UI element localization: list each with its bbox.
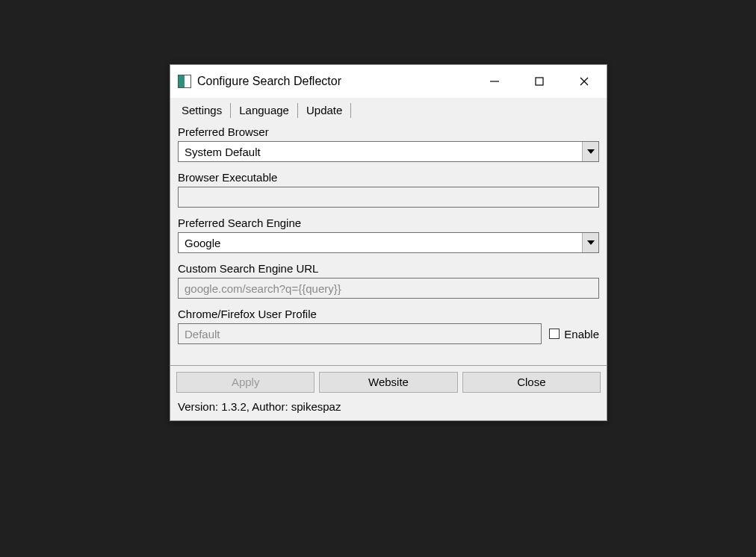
maximize-icon (534, 76, 545, 87)
tab-divider (350, 103, 351, 118)
engine-select-value: Google (179, 237, 582, 249)
browser-select[interactable]: System Default (178, 141, 599, 162)
enable-checkbox-wrap[interactable]: Enable (549, 328, 599, 340)
profile-label: Chrome/Firefox User Profile (178, 308, 599, 320)
content-area: Preferred Browser System Default Browser… (170, 119, 607, 361)
executable-input (178, 187, 599, 208)
tab-update[interactable]: Update (298, 101, 350, 119)
executable-label: Browser Executable (178, 171, 599, 184)
engine-label: Preferred Search Engine (178, 217, 599, 229)
executable-field: Browser Executable (178, 171, 599, 208)
app-icon (178, 75, 191, 88)
close-button[interactable] (562, 65, 607, 98)
engine-select[interactable]: Google (178, 232, 599, 253)
apply-button: Apply (176, 372, 315, 393)
enable-label: Enable (564, 328, 599, 340)
window-title: Configure Search Deflector (197, 75, 341, 88)
tab-settings[interactable]: Settings (173, 101, 230, 119)
custom-url-label: Custom Search Engine URL (178, 262, 599, 275)
status-bar: Version: 1.3.2, Author: spikespaz (170, 397, 607, 420)
engine-field: Preferred Search Engine Google (178, 217, 599, 253)
profile-field: Chrome/Firefox User Profile Enable (178, 308, 599, 344)
tab-bar: Settings Language Update (170, 98, 607, 119)
minimize-icon (489, 76, 500, 87)
minimize-button[interactable] (472, 65, 517, 98)
separator (170, 365, 607, 366)
close-icon (579, 76, 589, 87)
browser-field: Preferred Browser System Default (178, 125, 599, 162)
enable-checkbox[interactable] (549, 329, 560, 339)
browser-label: Preferred Browser (178, 125, 599, 138)
profile-row: Enable (178, 323, 599, 344)
profile-input (178, 323, 542, 344)
browser-select-value: System Default (179, 146, 582, 158)
titlebar: Configure Search Deflector (170, 65, 607, 98)
tab-language[interactable]: Language (231, 101, 297, 119)
website-button[interactable]: Website (319, 372, 457, 393)
svg-rect-1 (536, 78, 543, 85)
button-row: Apply Website Close (170, 372, 607, 397)
app-window: Configure Search Deflector Settings Lang… (170, 64, 607, 421)
close-button-footer[interactable]: Close (462, 372, 601, 393)
chevron-down-icon (582, 142, 598, 161)
custom-url-input (178, 278, 599, 299)
titlebar-left: Configure Search Deflector (178, 75, 341, 88)
custom-url-field: Custom Search Engine URL (178, 262, 599, 299)
window-controls (472, 65, 607, 98)
chevron-down-icon (582, 233, 598, 252)
maximize-button[interactable] (517, 65, 562, 98)
